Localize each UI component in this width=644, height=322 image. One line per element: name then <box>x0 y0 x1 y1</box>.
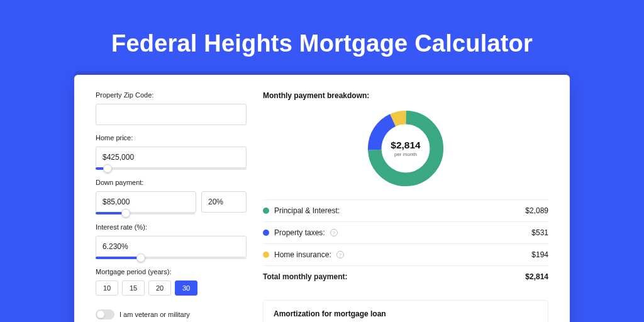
rate-slider[interactable] <box>96 257 247 259</box>
hero: Federal Heights Mortgage Calculator <box>0 0 644 75</box>
legend-total-label: Total monthly payment: <box>263 272 347 281</box>
rate-field: Interest rate (%): <box>96 223 247 259</box>
price-input[interactable] <box>96 147 247 168</box>
legend-value: $2,089 <box>525 206 548 215</box>
price-slider-thumb[interactable] <box>103 164 112 173</box>
rate-slider-fill <box>96 257 141 259</box>
dot-yellow-icon <box>263 252 269 258</box>
dot-blue-icon <box>263 230 269 236</box>
legend-row-principal: Principal & Interest: $2,089 <box>263 200 548 222</box>
period-btn-30[interactable]: 30 <box>175 280 197 296</box>
zip-input[interactable] <box>96 104 247 125</box>
info-icon[interactable]: ? <box>336 251 344 258</box>
donut-center-sub: per month <box>394 152 417 157</box>
rate-label: Interest rate (%): <box>96 223 247 231</box>
period-label: Mortgage period (years): <box>96 268 247 275</box>
down-slider-thumb[interactable] <box>121 209 130 218</box>
down-slider[interactable] <box>96 212 195 214</box>
breakdown-column: Monthly payment breakdown: $2,814 per mo… <box>263 91 548 322</box>
donut-chart: $2,814 per month <box>263 106 548 199</box>
down-field: Down payment: <box>96 179 247 214</box>
period-btn-10[interactable]: 10 <box>96 280 118 296</box>
legend-total-value: $2,814 <box>525 272 548 281</box>
zip-field: Property Zip Code: <box>96 91 247 125</box>
down-label: Down payment: <box>96 179 247 186</box>
down-input[interactable] <box>96 191 196 213</box>
legend-label: Property taxes: <box>274 228 325 237</box>
legend-row-total: Total monthly payment: $2,814 <box>263 266 548 287</box>
down-pct-input[interactable] <box>201 191 247 213</box>
price-slider[interactable] <box>96 167 247 170</box>
legend: Principal & Interest: $2,089 Property ta… <box>263 199 548 287</box>
period-field: Mortgage period (years): 10 15 20 30 <box>96 268 247 296</box>
breakdown-title: Monthly payment breakdown: <box>263 91 548 100</box>
amortization-title: Amortization for mortgage loan <box>274 309 538 318</box>
veteran-label: I am veteran or military <box>119 311 190 318</box>
rate-input[interactable] <box>96 236 247 257</box>
donut-svg: $2,814 per month <box>365 108 447 189</box>
price-field: Home price: <box>96 134 247 170</box>
dot-green-icon <box>263 208 269 214</box>
legend-row-insurance: Home insurance: ? $194 <box>263 244 548 266</box>
rate-slider-thumb[interactable] <box>136 253 145 262</box>
legend-value: $531 <box>531 228 548 237</box>
info-icon[interactable]: ? <box>330 229 338 236</box>
legend-value: $194 <box>531 250 548 259</box>
veteran-toggle[interactable] <box>96 309 114 319</box>
inputs-column: Property Zip Code: Home price: Down paym… <box>96 91 247 322</box>
period-btn-15[interactable]: 15 <box>122 280 145 296</box>
amortization-card: Amortization for mortgage loan Amortizat… <box>263 300 548 322</box>
veteran-row: I am veteran or military <box>96 309 247 319</box>
zip-label: Property Zip Code: <box>96 91 247 99</box>
calculator-card: Property Zip Code: Home price: Down paym… <box>74 75 570 322</box>
period-options: 10 15 20 30 <box>96 280 247 296</box>
legend-label: Principal & Interest: <box>274 206 340 215</box>
period-btn-20[interactable]: 20 <box>148 280 171 296</box>
legend-label: Home insurance: <box>274 250 331 259</box>
price-label: Home price: <box>96 134 247 142</box>
page-title: Federal Heights Mortgage Calculator <box>0 30 644 57</box>
donut-center-amount: $2,814 <box>391 140 421 150</box>
legend-row-taxes: Property taxes: ? $531 <box>263 222 548 244</box>
